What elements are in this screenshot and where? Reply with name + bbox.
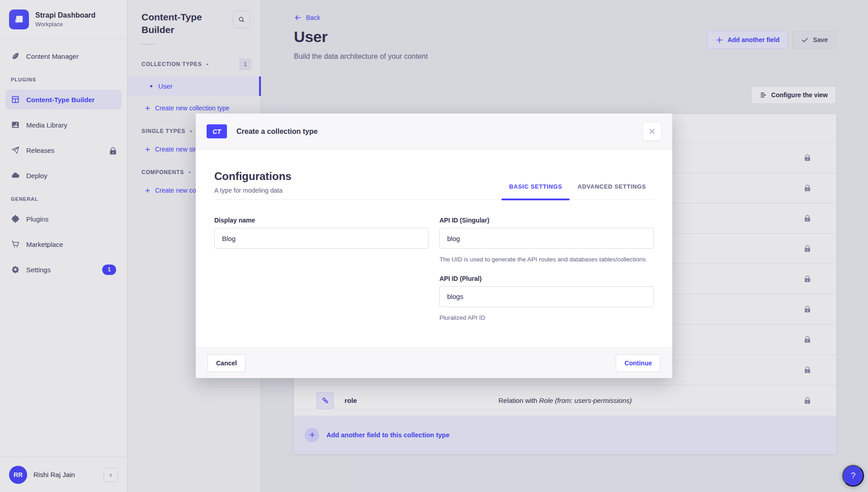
tab-advanced-settings[interactable]: ADVANCED SETTINGS: [570, 183, 654, 199]
continue-button[interactable]: Continue: [616, 354, 660, 372]
config-heading: Configurations A type for modeling data: [214, 150, 292, 199]
modal-footer: Cancel Continue: [196, 347, 672, 378]
api-id-plural-input[interactable]: [439, 286, 654, 307]
api-id-singular-field-group: API ID (Singular) The UID is used to gen…: [439, 217, 654, 264]
modal-close-button[interactable]: [643, 122, 661, 141]
modal-title: Create a collection type: [236, 128, 318, 136]
api-id-plural-label: API ID (Plural): [439, 275, 654, 282]
config-subtitle: A type for modeling data: [214, 187, 292, 194]
config-header-row: Configurations A type for modeling data …: [214, 150, 654, 200]
display-name-field-group: Display name: [214, 217, 429, 264]
display-name-label: Display name: [214, 217, 429, 224]
api-id-singular-label: API ID (Singular): [439, 217, 654, 224]
tab-basic-settings[interactable]: BASIC SETTINGS: [501, 183, 570, 199]
display-name-input[interactable]: [214, 228, 429, 249]
api-id-plural-field-group: API ID (Plural) Pluralized API ID: [439, 275, 654, 322]
modal-header: CT Create a collection type: [196, 114, 672, 150]
config-title: Configurations: [214, 170, 292, 183]
modal-tabs: BASIC SETTINGS ADVANCED SETTINGS: [501, 150, 654, 199]
collection-type-badge: CT: [207, 124, 227, 138]
api-id-plural-help: Pluralized API ID: [439, 313, 652, 322]
api-id-singular-help: The UID is used to generate the API rout…: [439, 255, 652, 264]
modal-form: Display name API ID (Singular) The UID i…: [214, 217, 654, 322]
cancel-button[interactable]: Cancel: [208, 354, 245, 372]
close-icon: [648, 127, 656, 136]
modal-body: Configurations A type for modeling data …: [196, 150, 672, 347]
api-id-singular-input[interactable]: [439, 228, 654, 249]
create-collection-type-modal: CT Create a collection type Configuratio…: [196, 114, 672, 378]
